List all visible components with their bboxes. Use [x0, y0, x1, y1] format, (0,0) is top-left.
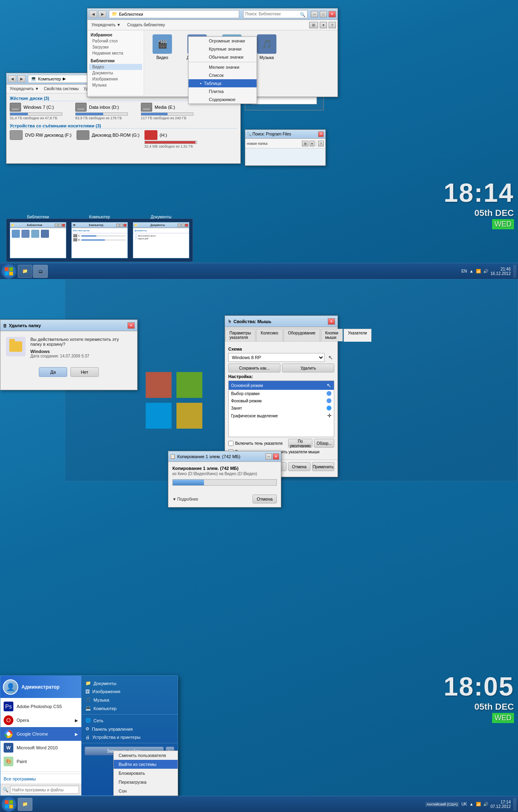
save-scheme-btn[interactable]: Сохранить как... — [228, 364, 280, 372]
ctx-medium-icons[interactable]: Обычные значки — [189, 53, 257, 61]
ctx-tile[interactable]: Плитка — [189, 87, 257, 95]
start-app-paint[interactable]: 🎨 Paint — [0, 755, 81, 768]
tab-buttons[interactable]: Кнопки мыши — [321, 329, 343, 341]
nav-images[interactable]: Изображения — [89, 76, 142, 82]
all-programs-btn[interactable]: Все программы — [0, 774, 81, 784]
comp-sysProps[interactable]: Свойства системы — [41, 86, 81, 92]
start-control-panel[interactable]: ⚙ Панель управления — [81, 725, 178, 733]
ctx-table[interactable]: • Таблица — [189, 79, 257, 87]
fwd-btn[interactable]: ▶ — [98, 11, 106, 18]
close-mouse-dialog[interactable]: ✕ — [328, 318, 335, 325]
comp-back[interactable]: ◀ — [8, 75, 16, 82]
minimize-copy[interactable]: ─ — [265, 453, 272, 460]
sleep-item[interactable]: Сон — [114, 787, 178, 795]
tab-wheel[interactable]: Колесико — [256, 329, 282, 341]
shadow-checkbox[interactable] — [228, 441, 234, 446]
start-app-word[interactable]: W Microsoft Word 2010 — [0, 741, 81, 755]
start-music[interactable]: 🎵 Музыка — [81, 696, 178, 704]
start-search-bar: 🔍 — [0, 784, 81, 795]
start-app-photoshop[interactable]: Ps Adobe Photoshop CS5 — [0, 700, 81, 713]
taskbar-explorer-bottom[interactable]: 📁 — [18, 798, 32, 811]
start-search-input[interactable] — [10, 786, 79, 794]
yes-button[interactable]: Да — [39, 367, 67, 377]
browse-btn[interactable]: Обзор... — [314, 439, 334, 448]
mouse-body: Схема Windows 8 RP ↖ Сохранить как... Уд… — [225, 342, 338, 459]
nav-recent[interactable]: Недавние места — [89, 50, 142, 56]
cursor-background[interactable]: Фоновый режим — [229, 397, 334, 404]
cursor-help[interactable]: Выбор справки — [229, 390, 334, 397]
switch-user-item[interactable]: Сменить пользователя — [114, 751, 178, 760]
close-delete-dialog[interactable]: ✕ — [127, 322, 135, 329]
create-lib-btn[interactable]: Создать библиотеку — [125, 22, 168, 28]
cursor-busy[interactable]: Занят — [229, 404, 334, 412]
start-app-opera[interactable]: O Opera ▶ — [0, 713, 81, 727]
drive-h[interactable]: (H:) 32,4 МБ свободно из 1,91 ГБ — [144, 130, 205, 148]
start-button-top[interactable] — [2, 264, 16, 279]
thumb-documents[interactable]: Документы 📁 Документы Документы 📄 docume… — [133, 222, 189, 258]
drive-e[interactable]: Media (E:) 117 ГБ свободно из 240 ГБ — [141, 103, 202, 120]
nav-desktop[interactable]: Рабочий стол — [89, 38, 142, 44]
start-devices[interactable]: 🖨 Устройства и принтеры — [81, 733, 178, 741]
cursor-graphic-sel[interactable]: Графическое выделение ✢ — [229, 412, 334, 420]
lock-item[interactable]: Блокировать — [114, 769, 178, 778]
nav-docs[interactable]: Документы — [89, 70, 142, 76]
ctx-large-icons[interactable]: Крупные значки — [189, 45, 257, 53]
windows-logo-icon-top — [4, 267, 13, 276]
default-btn[interactable]: По умолчанию — [288, 439, 312, 448]
tab-pointer-params[interactable]: Параметры указателя — [225, 329, 255, 341]
start-docs[interactable]: 📁 Документы — [81, 679, 178, 687]
maximize-lib[interactable]: □ — [320, 11, 327, 17]
close-lib[interactable]: ✕ — [329, 11, 336, 17]
show-desktop-btn-top[interactable] — [513, 265, 516, 278]
cancel-btn[interactable]: Отмена — [288, 462, 310, 471]
restart-item[interactable]: Перезагрузка — [114, 778, 178, 787]
copy-cancel-btn[interactable]: Отмена — [253, 495, 277, 503]
drive-c[interactable]: Windows 7 (C:) 31,4 ГБ свободно из 47,6 … — [10, 103, 70, 120]
scheme-select[interactable]: Windows 8 RP — [228, 353, 325, 362]
start-app-chrome[interactable]: Google Chrome ▶ — [0, 727, 81, 741]
thumb-computer[interactable]: Компьютер 💻 Компьютер Жёсткие диски C: — [71, 222, 128, 258]
more-details-btn[interactable]: ▼ Подробнее — [172, 497, 198, 501]
view-options[interactable]: ⊞ — [309, 22, 318, 28]
no-button[interactable]: Нет — [70, 367, 99, 377]
ctx-content[interactable]: Содержимое — [189, 95, 257, 104]
start-computer[interactable]: 💻 Компьютер — [81, 704, 178, 713]
ctx-small-icons[interactable]: Мелкие значки — [189, 63, 257, 71]
taskbar-libs-top[interactable]: 🗂 — [33, 265, 48, 278]
cursor-normal[interactable]: Основной режим ↖ — [229, 381, 334, 390]
ctx-huge-icons[interactable]: Огромные значки — [189, 37, 257, 45]
help-lib[interactable]: ? — [329, 22, 336, 28]
pf-view2[interactable]: ▾ — [310, 141, 314, 146]
nav-video[interactable]: Видео — [89, 64, 142, 70]
start-network[interactable]: 🌐 Сеть — [81, 716, 178, 725]
apply-btn[interactable]: Применить — [312, 462, 334, 471]
thumb-libraries[interactable]: Библиотеки 📁 Библиотеки — [10, 222, 66, 258]
delete-scheme-btn[interactable]: Удалить — [282, 364, 334, 372]
taskbar-explorer-top[interactable]: 📁 — [18, 265, 32, 278]
search-lib-input[interactable] — [244, 11, 298, 18]
minimize-lib[interactable]: ─ — [311, 11, 318, 17]
lib-video[interactable]: 🎬 Видео — [148, 34, 176, 91]
comp-fwd[interactable]: ▶ — [17, 75, 25, 82]
start-images[interactable]: 🖼 Изображения — [81, 687, 178, 696]
comp-organize[interactable]: Упорядочить ▼ — [7, 86, 41, 92]
start-button-bottom[interactable] — [2, 797, 16, 812]
drive-e-info: 117 ГБ свободно из 240 ГБ — [141, 116, 187, 120]
ctx-list[interactable]: Список — [189, 71, 257, 79]
show-desktop-btn-bottom[interactable] — [513, 798, 516, 811]
back-btn[interactable]: ◀ — [89, 11, 97, 18]
tab-pointers[interactable]: Указатели — [344, 329, 372, 342]
close-pf[interactable]: ✕ — [318, 131, 324, 137]
nav-music[interactable]: Музыка — [89, 82, 142, 88]
close-copy[interactable]: ✕ — [273, 453, 279, 460]
details-pane-btn[interactable]: ▾ — [320, 22, 327, 28]
nav-downloads[interactable]: Загрузки — [89, 44, 142, 50]
logout-item[interactable]: Выйти из системы — [114, 760, 178, 769]
tab-hardware[interactable]: Оборудование — [284, 329, 320, 341]
drive-d[interactable]: Data inbox (D:) 83,9 ГБ свободно из 178 … — [75, 103, 136, 120]
pf-view1[interactable]: ⊞ — [302, 141, 308, 146]
drive-g[interactable]: Дисковод BD-ROM (G:) — [76, 130, 140, 148]
drive-f[interactable]: DVD RW дисковод (F:) — [10, 130, 72, 148]
pf-help[interactable]: ? — [318, 141, 324, 146]
organize-btn[interactable]: Упорядочить ▼ — [89, 22, 123, 28]
